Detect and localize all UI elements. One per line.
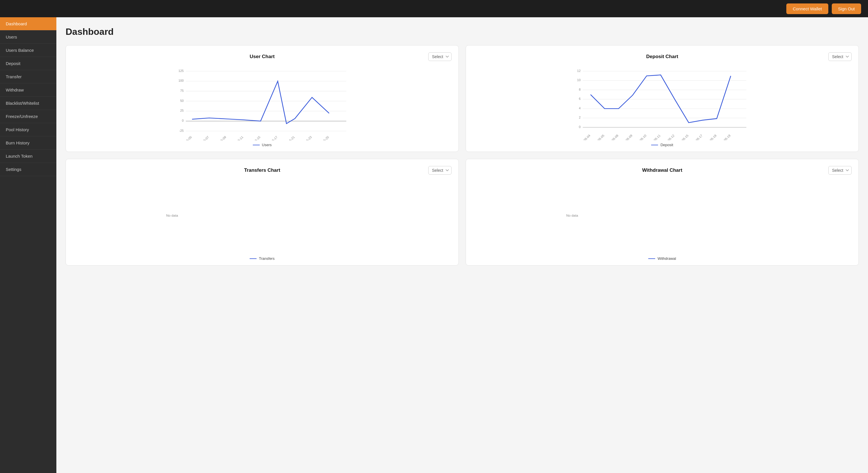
user-chart-title: User Chart: [199, 54, 325, 60]
deposit-chart-card: Deposit Chart Select 12 10 8 6 4: [466, 45, 859, 152]
sidebar-item-users[interactable]: Users: [0, 30, 56, 44]
sidebar-item-blacklist-whitelist[interactable]: Blacklist/Whitelist: [0, 97, 56, 110]
svg-text:2023-05-10: 2023-05-10: [633, 134, 647, 140]
svg-text:2023-05-11: 2023-05-11: [230, 135, 244, 140]
withdrawal-legend-label: Withdrawal: [657, 256, 676, 261]
svg-text:2023-05-11: 2023-05-11: [647, 134, 661, 140]
svg-text:6: 6: [579, 97, 581, 100]
sidebar-item-freeze-unfreeze[interactable]: Freeze/Unfreeze: [0, 110, 56, 123]
sidebar-item-launch-token[interactable]: Launch Token: [0, 150, 56, 163]
transfers-chart-title: Transfers Chart: [199, 168, 325, 173]
transfers-chart-svg: No data: [73, 179, 452, 254]
svg-text:2023-05-12: 2023-05-12: [661, 134, 675, 140]
svg-text:2023-05-15: 2023-05-15: [675, 134, 689, 140]
deposit-chart-header: Deposit Chart Select: [473, 52, 851, 61]
user-legend-line: [253, 145, 260, 145]
svg-text:2023-05-19: 2023-05-19: [718, 134, 732, 140]
svg-text:12: 12: [577, 69, 581, 72]
svg-text:4: 4: [579, 107, 581, 110]
withdrawal-chart-card: Withdrawal Chart Select No data Withdraw…: [466, 159, 859, 266]
user-chart-header: User Chart Select: [73, 52, 452, 61]
connect-wallet-button[interactable]: Connect Wallet: [786, 3, 828, 14]
user-chart-area: 125 100 75 50 25 0 -25: [73, 66, 452, 140]
transfers-chart-select[interactable]: Select: [428, 166, 452, 175]
svg-text:No data: No data: [566, 213, 578, 217]
svg-text:25: 25: [180, 109, 184, 112]
svg-text:2023-05-17: 2023-05-17: [264, 135, 278, 140]
sidebar-item-users-balance[interactable]: Users Balance: [0, 44, 56, 57]
svg-text:2023-05-04: 2023-05-04: [577, 134, 591, 140]
sidebar-item-pool-history[interactable]: Pool History: [0, 123, 56, 137]
user-chart-svg: 125 100 75 50 25 0 -25: [73, 66, 452, 140]
user-chart-card: User Chart Select 125 100 75 50 25: [66, 45, 459, 152]
svg-text:125: 125: [178, 69, 184, 72]
withdrawal-chart-select[interactable]: Select: [828, 166, 851, 175]
svg-text:0: 0: [182, 119, 184, 122]
user-chart-select[interactable]: Select: [428, 52, 452, 61]
main-layout: Dashboard Users Users Balance Deposit Tr…: [0, 17, 868, 473]
svg-text:2023-05-15: 2023-05-15: [247, 135, 261, 140]
deposit-chart-title: Deposit Chart: [599, 54, 725, 60]
svg-text:2023-05-17: 2023-05-17: [689, 134, 703, 140]
svg-text:-25: -25: [179, 129, 184, 132]
transfers-legend-label: Transfers: [259, 256, 274, 261]
deposit-chart-select[interactable]: Select: [828, 52, 851, 61]
transfers-chart-area: No data: [73, 179, 452, 254]
transfers-legend-line: [250, 258, 256, 259]
withdrawal-legend-line: [648, 258, 655, 259]
transfers-chart-legend: Transfers: [73, 256, 452, 261]
withdrawal-chart-title: Withdrawal Chart: [599, 168, 725, 173]
sidebar-item-settings[interactable]: Settings: [0, 163, 56, 176]
svg-text:2023-05-25: 2023-05-25: [316, 135, 330, 140]
svg-text:0: 0: [579, 125, 581, 128]
svg-text:2023-05-21: 2023-05-21: [282, 135, 296, 140]
svg-text:2023-05-23: 2023-05-23: [299, 135, 313, 140]
sidebar: Dashboard Users Users Balance Deposit Tr…: [0, 17, 56, 473]
svg-text:2023-05-05: 2023-05-05: [591, 134, 605, 140]
svg-text:10: 10: [577, 78, 581, 82]
sidebar-item-burn-history[interactable]: Burn History: [0, 137, 56, 150]
svg-text:50: 50: [180, 99, 184, 102]
svg-text:100: 100: [178, 79, 184, 82]
sign-out-button[interactable]: Sign Out: [832, 3, 861, 14]
svg-text:8: 8: [579, 88, 581, 91]
transfers-chart-card: Transfers Chart Select No data Transfers: [66, 159, 459, 266]
charts-grid: User Chart Select 125 100 75 50 25: [66, 45, 859, 266]
transfers-chart-header: Transfers Chart Select: [73, 166, 452, 175]
svg-text:2023-05-07: 2023-05-07: [196, 135, 210, 140]
svg-text:2023-05-05: 2023-05-05: [179, 135, 193, 140]
content-area: Dashboard User Chart Select 125: [56, 17, 868, 473]
user-chart-legend: Users: [73, 143, 452, 147]
withdrawal-chart-area: No data: [473, 179, 851, 254]
sidebar-item-withdraw[interactable]: Withdraw: [0, 83, 56, 97]
withdrawal-chart-legend: Withdrawal: [473, 256, 851, 261]
svg-text:No data: No data: [166, 213, 178, 217]
sidebar-item-dashboard[interactable]: Dashboard: [0, 17, 56, 30]
svg-text:2: 2: [579, 116, 581, 119]
svg-text:2023-05-18: 2023-05-18: [704, 134, 717, 140]
svg-text:2023-05-09: 2023-05-09: [619, 134, 633, 140]
sidebar-item-transfer[interactable]: Transfer: [0, 70, 56, 83]
deposit-chart-area: 12 10 8 6 4 2 0: [473, 66, 851, 140]
svg-text:2023-05-08: 2023-05-08: [606, 134, 619, 140]
deposit-chart-legend: Deposit: [473, 143, 851, 147]
user-legend-label: Users: [262, 143, 272, 147]
page-title: Dashboard: [66, 27, 859, 37]
deposit-legend-label: Deposit: [660, 143, 673, 147]
sidebar-item-deposit[interactable]: Deposit: [0, 57, 56, 70]
deposit-chart-svg: 12 10 8 6 4 2 0: [473, 66, 851, 140]
withdrawal-chart-header: Withdrawal Chart Select: [473, 166, 851, 175]
withdrawal-chart-svg: No data: [473, 179, 851, 254]
svg-text:75: 75: [180, 89, 184, 92]
svg-text:2023-05-09: 2023-05-09: [213, 135, 227, 140]
deposit-legend-line: [651, 145, 658, 145]
top-bar: Connect Wallet Sign Out: [0, 0, 868, 17]
